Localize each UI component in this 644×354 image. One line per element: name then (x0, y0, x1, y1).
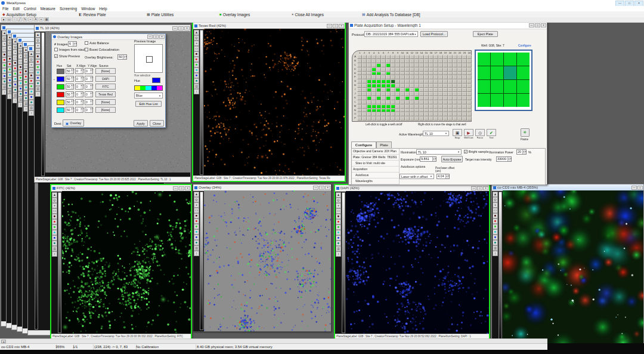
pan-tool-icon[interactable]: + (29, 62, 34, 67)
well-J04[interactable] (371, 92, 376, 96)
well-M13[interactable] (414, 104, 419, 109)
well-K18[interactable] (438, 96, 443, 100)
well-A22[interactable] (457, 55, 462, 59)
well-P10[interactable] (400, 116, 405, 121)
site-cell-12[interactable] (517, 80, 530, 93)
maximize-icon[interactable]: □ (637, 186, 643, 190)
lut-red-icon[interactable]: ■ (29, 78, 34, 84)
well-P12[interactable] (410, 116, 414, 121)
well-G10[interactable] (400, 79, 405, 84)
well-H04[interactable] (371, 84, 376, 88)
lut-gray-icon[interactable]: ▥ (194, 245, 199, 251)
well-N17[interactable] (434, 109, 438, 113)
well-I21[interactable] (453, 88, 457, 92)
pointer-tool-icon[interactable]: ▲ (336, 192, 341, 198)
well-H13[interactable] (414, 84, 419, 88)
menu-control[interactable]: Control (24, 7, 36, 11)
well-E03[interactable] (367, 72, 371, 76)
lut-gray-icon[interactable]: ▥ (35, 86, 41, 91)
well-E14[interactable] (419, 72, 424, 76)
site-cell-8[interactable] (517, 66, 530, 79)
well-N16[interactable] (429, 109, 434, 113)
well-J06[interactable] (381, 92, 386, 96)
well-H05[interactable] (376, 84, 381, 88)
texas-red-image-view[interactable] (204, 29, 345, 176)
lut-gray-icon[interactable]: ▥ (52, 246, 57, 251)
well-C13[interactable] (414, 63, 419, 67)
site-cell-2[interactable] (491, 53, 503, 66)
well-K06[interactable] (381, 96, 386, 100)
maximize-icon[interactable]: □ (319, 186, 324, 190)
region-rect-icon[interactable]: ▭ (493, 208, 498, 213)
well-E02[interactable] (362, 72, 367, 76)
well-D08[interactable] (391, 67, 395, 72)
lut-red-icon[interactable]: ■ (493, 218, 498, 224)
configure-link[interactable]: Configure (518, 44, 531, 47)
well-D05[interactable] (376, 67, 381, 72)
well-J24[interactable] (467, 92, 472, 96)
well-P15[interactable] (424, 116, 429, 121)
well-C16[interactable] (429, 63, 434, 67)
well-B19[interactable] (443, 59, 448, 63)
well-G20[interactable] (448, 79, 453, 84)
hue-color-swatch[interactable] (57, 100, 64, 105)
well-P13[interactable] (414, 116, 419, 121)
well-L24[interactable] (467, 100, 472, 104)
well-M03[interactable] (367, 104, 371, 109)
tree-item-1[interactable]: Objective and Camera: 20X Plan (352, 149, 399, 155)
close-icon[interactable]: × (325, 186, 330, 190)
reset-zoom-icon[interactable]: ↕ (29, 110, 34, 116)
well-F20[interactable] (448, 75, 453, 79)
well-E07[interactable] (386, 72, 391, 76)
reset-zoom-icon[interactable]: ↕ (493, 251, 498, 256)
well-P17[interactable] (434, 116, 438, 121)
well-C09[interactable] (395, 63, 400, 67)
well-G15[interactable] (424, 79, 429, 84)
pointer-tool-icon[interactable]: ▲ (52, 192, 57, 198)
well-F11[interactable] (405, 75, 410, 79)
region-rect-icon[interactable]: ▭ (35, 48, 41, 54)
well-J13[interactable] (414, 92, 419, 96)
well-D02[interactable] (362, 67, 367, 72)
well-G06[interactable] (381, 79, 386, 84)
well-H18[interactable] (438, 84, 443, 88)
well-B08[interactable] (391, 59, 395, 63)
lut-teal-icon[interactable]: ■ (194, 240, 199, 245)
well-K11[interactable] (405, 96, 410, 100)
well-E06[interactable] (381, 72, 386, 76)
well-L17[interactable] (434, 100, 438, 104)
composite-image-view[interactable] (503, 190, 643, 346)
well-F24[interactable] (467, 75, 472, 79)
well-N20[interactable] (448, 109, 453, 113)
well-M05[interactable] (376, 104, 381, 109)
well-B23[interactable] (462, 59, 467, 63)
x-align-spinner[interactable]: 0▲▼ (75, 91, 83, 97)
well-D04[interactable] (371, 67, 376, 72)
well-O03[interactable] (367, 112, 371, 116)
lut-blue-icon[interactable]: ■ (194, 235, 199, 240)
well-L20[interactable] (448, 100, 453, 104)
well-C23[interactable] (462, 63, 467, 67)
well-J11[interactable] (405, 92, 410, 96)
review-plate-button[interactable]: ◧Review Plate (79, 12, 106, 17)
sat-spinner[interactable]: 50▲▼ (66, 84, 74, 90)
well-O19[interactable] (443, 112, 448, 116)
well-J05[interactable] (376, 92, 381, 96)
well-C21[interactable] (453, 63, 457, 67)
dapi-image-view[interactable] (346, 191, 489, 334)
well-M19[interactable] (443, 104, 448, 109)
well-I02[interactable] (362, 88, 367, 92)
well-B11[interactable] (405, 59, 410, 63)
eject-plate-button[interactable]: Eject Plate (473, 31, 498, 37)
well-P18[interactable] (438, 116, 443, 121)
well-C05[interactable] (376, 63, 381, 67)
well-O16[interactable] (429, 112, 434, 116)
menu-measure[interactable]: Measure (41, 7, 55, 11)
well-I16[interactable] (429, 88, 434, 92)
pointer-tool-icon[interactable]: ▲ (29, 51, 34, 57)
well-E19[interactable] (443, 72, 448, 76)
well-D03[interactable] (367, 67, 371, 72)
lut-dark-icon[interactable]: ■ (194, 51, 199, 57)
well-I20[interactable] (448, 88, 453, 92)
minimize-icon[interactable]: — (173, 186, 178, 190)
